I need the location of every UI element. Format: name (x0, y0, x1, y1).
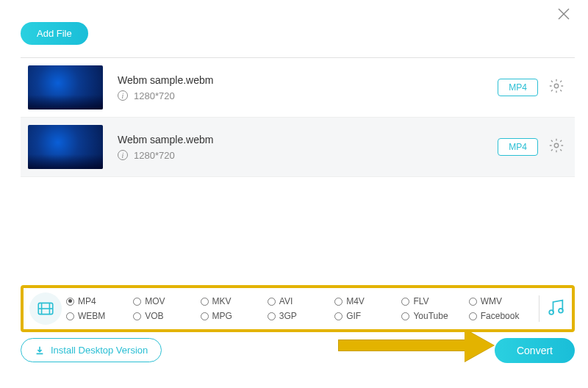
file-name: Webm sample.webm (118, 134, 498, 146)
thumbnail (28, 65, 103, 109)
radio-icon (66, 298, 74, 306)
radio-icon (469, 298, 477, 306)
install-desktop-button[interactable]: Install Desktop Version (21, 338, 162, 362)
resolution: 1280*720 (134, 150, 175, 161)
file-row[interactable]: Webm sample.webm i1280*720 MP4 (21, 118, 575, 177)
radio-icon (469, 312, 477, 320)
format-option-youtube[interactable]: YouTube (401, 311, 465, 321)
radio-icon (268, 312, 276, 320)
format-option-3gp[interactable]: 3GP (268, 311, 331, 321)
format-option-wmv[interactable]: WMV (469, 296, 533, 306)
format-option-flv[interactable]: FLV (401, 296, 465, 306)
format-bar: MP4 MOV MKV AVI M4V FLV WMV WEBM VOB MPG… (21, 285, 575, 332)
thumbnail (28, 125, 103, 169)
radio-icon (133, 312, 141, 320)
radio-icon (401, 312, 409, 320)
svg-point-2 (554, 84, 559, 88)
format-option-mpg[interactable]: MPG (201, 311, 265, 321)
format-option-m4v[interactable]: M4V (334, 296, 398, 306)
format-option-avi[interactable]: AVI (268, 296, 331, 306)
radio-icon (201, 312, 209, 320)
radio-icon (66, 312, 74, 320)
info-icon: i (118, 90, 128, 101)
video-icon[interactable] (29, 292, 62, 325)
divider (539, 295, 539, 322)
file-name: Webm sample.webm (118, 74, 498, 86)
svg-point-9 (559, 309, 563, 313)
format-option-webm[interactable]: WEBM (66, 311, 130, 321)
radio-icon (401, 298, 409, 306)
format-option-vob[interactable]: VOB (133, 311, 197, 321)
radio-icon (334, 312, 343, 320)
add-file-button[interactable]: Add File (21, 22, 88, 45)
info-icon: i (118, 150, 128, 160)
format-badge[interactable]: MP4 (498, 79, 538, 96)
resolution: 1280*720 (134, 90, 175, 101)
format-option-mp4[interactable]: MP4 (66, 296, 130, 306)
gear-icon[interactable] (548, 78, 564, 97)
format-option-mkv[interactable]: MKV (201, 296, 265, 306)
radio-icon (133, 298, 141, 306)
format-option-gif[interactable]: GIF (334, 311, 398, 321)
gear-icon[interactable] (548, 137, 564, 157)
music-icon[interactable] (545, 297, 566, 320)
svg-point-3 (554, 143, 559, 148)
convert-button[interactable]: Convert (495, 338, 575, 363)
format-option-facebook[interactable]: Facebook (469, 311, 533, 321)
radio-icon (334, 298, 343, 306)
download-icon (35, 345, 45, 356)
format-options: MP4 MOV MKV AVI M4V FLV WMV WEBM VOB MPG… (66, 296, 533, 321)
format-option-mov[interactable]: MOV (133, 296, 197, 306)
file-row[interactable]: Webm sample.webm i1280*720 MP4 (21, 58, 575, 118)
close-icon[interactable] (557, 7, 570, 24)
format-badge[interactable]: MP4 (498, 138, 538, 156)
file-list: Webm sample.webm i1280*720 MP4 Webm samp… (21, 57, 575, 177)
radio-icon (201, 298, 209, 306)
radio-icon (268, 298, 276, 306)
annotation-arrow (338, 329, 500, 362)
